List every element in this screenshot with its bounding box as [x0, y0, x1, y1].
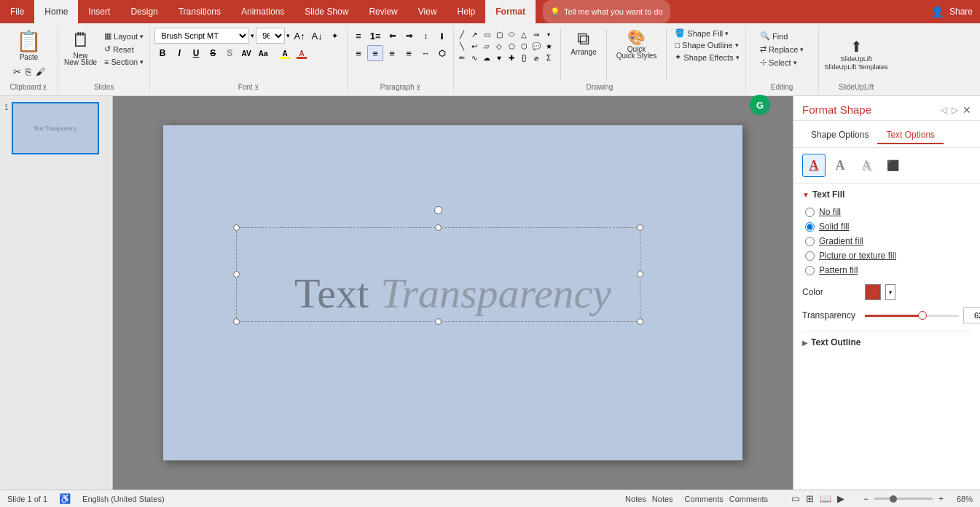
- shape-parallelogram[interactable]: ▱: [482, 41, 492, 51]
- tab-text-options[interactable]: Text Options: [877, 127, 944, 144]
- pattern-fill-radio[interactable]: [805, 266, 815, 275]
- shape-oval[interactable]: ⬭: [506, 29, 517, 39]
- arrange-button[interactable]: ⧉ Arrange: [566, 28, 601, 58]
- shape-arrow[interactable]: ↗: [469, 29, 479, 39]
- numbering-button[interactable]: 1≡: [367, 28, 383, 44]
- layout-button[interactable]: ▦ Layout ▾: [101, 31, 146, 42]
- shape-star[interactable]: ★: [544, 41, 554, 51]
- handle-top-left[interactable]: [233, 224, 240, 231]
- shadow-button[interactable]: S: [222, 45, 238, 61]
- notes-button[interactable]: Notes: [625, 495, 646, 503]
- font-size-select[interactable]: 96: [256, 28, 285, 44]
- shape-triangle[interactable]: △: [519, 29, 529, 39]
- review-tab[interactable]: Review: [358, 0, 407, 23]
- reading-view-icon[interactable]: 📖: [820, 493, 831, 504]
- font-name-dropdown-icon[interactable]: ▾: [251, 32, 254, 39]
- panel-forward-icon[interactable]: ▷: [952, 105, 958, 115]
- animations-tab[interactable]: Animations: [231, 0, 294, 23]
- slideshow-icon[interactable]: ▶: [837, 493, 844, 504]
- quick-styles-button[interactable]: 🎨 Quick Quick Styles: [612, 28, 662, 61]
- accessibility-icon[interactable]: ♿: [59, 493, 71, 504]
- shape-bent-arrow[interactable]: ↩: [469, 41, 479, 51]
- handle-bottom-middle[interactable]: [435, 318, 442, 325]
- increase-font-button[interactable]: A↑: [291, 28, 307, 44]
- char-spacing-button[interactable]: AV: [238, 45, 254, 61]
- font-name-select[interactable]: Brush Script MT: [154, 28, 249, 44]
- shape-freeform[interactable]: ✏: [457, 52, 467, 63]
- comments-label[interactable]: Comments: [729, 495, 768, 503]
- shape-cross[interactable]: ✚: [506, 52, 517, 63]
- justify-button[interactable]: ≡: [401, 45, 417, 61]
- section-button[interactable]: ≡ Section ▾: [101, 57, 146, 67]
- notes-label[interactable]: Notes: [652, 495, 673, 503]
- shape-rounded-rect[interactable]: ▢: [494, 29, 504, 39]
- shape-equation[interactable]: Σ: [544, 52, 554, 63]
- strikethrough-button[interactable]: S: [205, 45, 221, 61]
- shape-diamond[interactable]: ◇: [494, 41, 504, 51]
- shape-pentagon[interactable]: ⬠: [506, 41, 517, 51]
- shape-rect[interactable]: ▭: [482, 29, 492, 39]
- design-tab[interactable]: Design: [120, 0, 168, 23]
- shape-heart[interactable]: ♥: [494, 52, 504, 63]
- solid-fill-radio[interactable]: [805, 222, 815, 232]
- pattern-fill-option[interactable]: Pattern fill: [805, 265, 971, 275]
- zoom-slider[interactable]: [874, 498, 933, 500]
- italic-button[interactable]: I: [171, 45, 187, 61]
- bold-button[interactable]: B: [154, 45, 170, 61]
- comments-button[interactable]: Comments: [685, 495, 724, 503]
- text-outline-icon-btn[interactable]: A: [828, 154, 852, 177]
- clear-format-button[interactable]: ✦: [326, 28, 342, 44]
- shape-callout[interactable]: 💬: [531, 41, 541, 51]
- zoom-increase-button[interactable]: +: [938, 494, 944, 504]
- shape-outline-button[interactable]: □ Shape Outline ▾: [672, 40, 742, 50]
- handle-bottom-right[interactable]: [637, 318, 643, 325]
- shape-line[interactable]: ╱: [457, 29, 467, 39]
- shape-rtarrow[interactable]: ⇒: [531, 29, 541, 39]
- select-button[interactable]: ⊹ Select ▾: [757, 57, 800, 68]
- gradient-fill-radio[interactable]: [805, 237, 815, 246]
- decrease-font-button[interactable]: A↓: [309, 28, 325, 44]
- shape-brace[interactable]: ⌀: [531, 52, 541, 63]
- shape-hexagon[interactable]: ⬡: [519, 41, 529, 51]
- handle-bottom-left[interactable]: [233, 318, 240, 325]
- shape-effects-button[interactable]: ✦ Shape Effects ▾: [672, 52, 742, 63]
- bullets-button[interactable]: ≡: [350, 28, 366, 44]
- tab-shape-options[interactable]: Shape Options: [802, 127, 877, 144]
- normal-view-icon[interactable]: ▭: [791, 493, 800, 504]
- grammarly-icon[interactable]: G: [750, 95, 770, 115]
- share-button[interactable]: Share: [949, 7, 973, 17]
- increase-indent-button[interactable]: ⇒: [401, 28, 417, 44]
- panel-back-icon[interactable]: ◁: [941, 105, 947, 115]
- highlight-color-button[interactable]: A: [277, 45, 293, 61]
- text-direction-button[interactable]: ↔: [418, 45, 434, 61]
- slideshow-tab[interactable]: Slide Show: [294, 0, 358, 23]
- reset-button[interactable]: ↺ Reset: [101, 44, 146, 55]
- text-fill-color-icon-btn[interactable]: A: [802, 154, 826, 177]
- shape-cloud[interactable]: ☁: [482, 52, 492, 63]
- handle-middle-right[interactable]: [637, 271, 643, 278]
- panel-close-icon[interactable]: ✕: [963, 104, 971, 116]
- text-box-selection[interactable]: [236, 227, 640, 322]
- font-size-dropdown-icon[interactable]: ▾: [286, 32, 290, 39]
- text-fill-section-header[interactable]: ▼ Text Fill: [802, 189, 971, 200]
- replace-button[interactable]: ⇄ Replace ▾: [757, 44, 807, 55]
- align-left-button[interactable]: ≡: [350, 45, 366, 61]
- shape-connector[interactable]: ╲: [457, 41, 467, 51]
- paste-button[interactable]: 📋 Paste: [11, 28, 47, 63]
- help-tab[interactable]: Help: [447, 0, 486, 23]
- zoom-level[interactable]: 68%: [949, 495, 973, 503]
- tell-me-box[interactable]: 💡 Tell me what you want to do: [543, 0, 670, 23]
- line-spacing-button[interactable]: ↕: [418, 28, 434, 44]
- shape-bracket[interactable]: {}: [519, 52, 529, 63]
- find-button[interactable]: 🔍 Find: [757, 31, 791, 42]
- text-effects-icon-btn[interactable]: A: [855, 154, 878, 177]
- insert-tab[interactable]: Insert: [78, 0, 120, 23]
- handle-top-right[interactable]: [637, 224, 643, 231]
- picture-texture-radio[interactable]: [805, 251, 815, 261]
- format-painter-button[interactable]: 🖌: [34, 65, 47, 79]
- no-fill-radio[interactable]: [805, 208, 815, 217]
- text-box-icon-btn[interactable]: ⬛: [881, 154, 904, 177]
- handle-top-middle[interactable]: [435, 224, 442, 231]
- new-slide-button[interactable]: 🗒 New New Slide: [61, 28, 100, 68]
- color-swatch[interactable]: [865, 284, 881, 300]
